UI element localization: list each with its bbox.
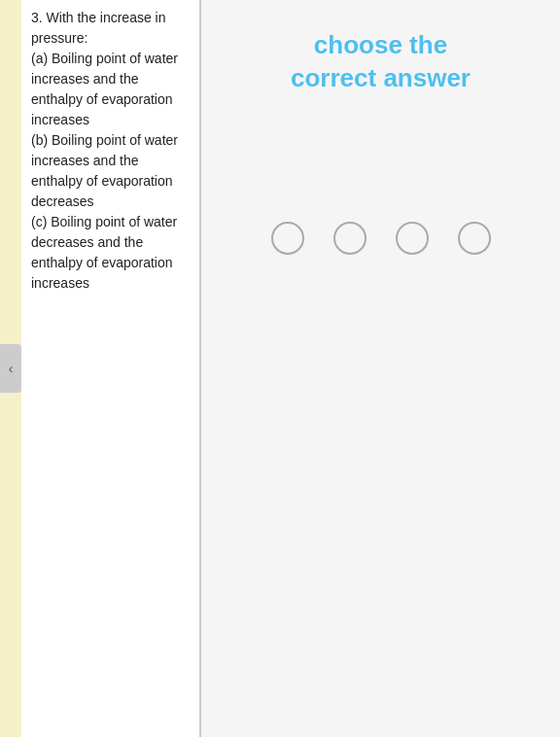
radio-option-a[interactable] xyxy=(271,222,304,255)
radio-option-d[interactable] xyxy=(458,222,491,255)
radio-option-b[interactable] xyxy=(333,222,367,255)
choose-title: choose the correct answer xyxy=(291,29,471,95)
left-nav-arrow[interactable]: ‹ xyxy=(0,344,21,393)
outer-container: ‹ 3. With the increase in pressure: (a) … xyxy=(0,0,560,737)
choose-title-line2: correct answer xyxy=(291,62,471,95)
main-content: 3. With the increase in pressure: (a) Bo… xyxy=(21,0,560,737)
question-panel: 3. With the increase in pressure: (a) Bo… xyxy=(21,0,201,737)
option-c-text: (c) Boiling point of water decreases and… xyxy=(31,212,190,294)
question-text: 3. With the increase in pressure: (a) Bo… xyxy=(31,8,190,294)
radio-option-c[interactable] xyxy=(396,222,429,255)
radio-options xyxy=(271,222,491,255)
choose-title-line1: choose the xyxy=(291,29,471,62)
question-paragraph: 3. With the increase in pressure: xyxy=(31,8,190,49)
answer-panel: choose the correct answer xyxy=(201,0,560,737)
option-b-text: (b) Boiling point of water increases and… xyxy=(31,130,190,212)
arrow-icon: ‹ xyxy=(9,361,14,376)
option-a-text: (a) Boiling point of water increases and… xyxy=(31,49,190,130)
